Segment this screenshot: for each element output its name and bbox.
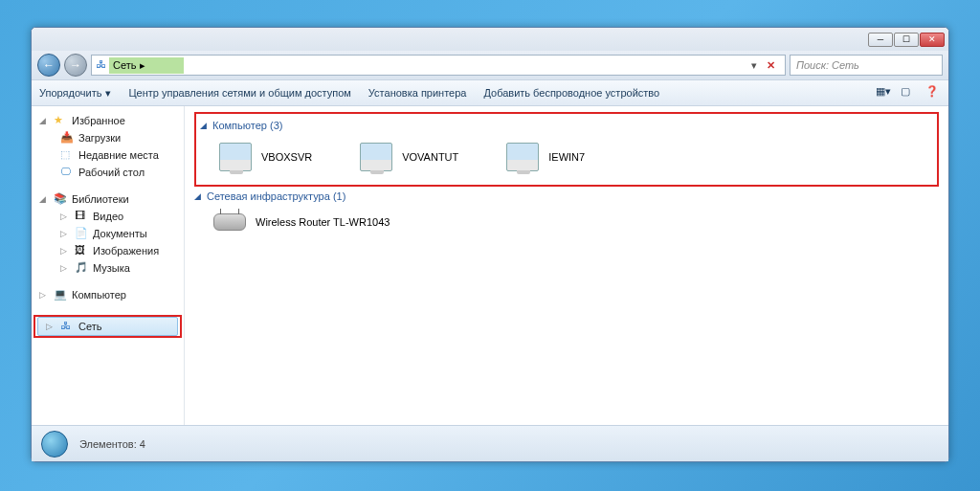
sidebar: ◢ ★ Избранное 📥 Загрузки ⬚ Недавние мест… bbox=[32, 106, 185, 425]
pc-icon bbox=[506, 143, 539, 171]
search-input[interactable]: Поиск: Сеть bbox=[790, 55, 943, 76]
body: ◢ ★ Избранное 📥 Загрузки ⬚ Недавние мест… bbox=[32, 106, 948, 425]
add-wireless-button[interactable]: Добавить беспроводное устройство bbox=[483, 87, 659, 99]
expand-icon: ▷ bbox=[46, 322, 56, 331]
router-icon bbox=[213, 213, 246, 231]
documents-icon: 📄 bbox=[75, 227, 88, 240]
pc-icon bbox=[360, 143, 392, 171]
sidebar-libraries[interactable]: ◢ 📚 Библиотеки bbox=[32, 190, 184, 208]
refresh-dropdown-icon[interactable]: ▾ bbox=[747, 59, 761, 72]
sidebar-network[interactable]: ▷ 🖧 Сеть bbox=[37, 317, 178, 336]
help-icon[interactable]: ❓ bbox=[925, 85, 941, 100]
statusbar: Элементов: 4 bbox=[32, 425, 948, 461]
desktop-icon: 🖵 bbox=[60, 166, 74, 179]
minimize-button[interactable]: ─ bbox=[868, 33, 893, 47]
network-center-button[interactable]: Центр управления сетями и общим доступом bbox=[128, 87, 350, 99]
router-item[interactable]: Wireless Router TL-WR1043 bbox=[213, 213, 390, 231]
organize-button[interactable]: Упорядочить ▾ bbox=[39, 87, 111, 100]
music-icon: 🎵 bbox=[75, 261, 88, 275]
collapse-icon: ◢ bbox=[39, 194, 49, 204]
maximize-button[interactable]: ☐ bbox=[894, 33, 919, 47]
infra-list: Wireless Router TL-WR1043 bbox=[194, 206, 939, 242]
search-placeholder: Поиск: Сеть bbox=[796, 59, 859, 71]
collapse-icon: ◢ bbox=[194, 191, 201, 201]
network-globe-icon bbox=[41, 431, 68, 458]
computer-item[interactable]: IEWIN7 bbox=[506, 143, 585, 171]
status-count: Элементов: 4 bbox=[79, 438, 145, 450]
network-icon: 🖧 bbox=[60, 320, 74, 333]
back-button[interactable]: ← bbox=[37, 54, 60, 77]
sidebar-item-downloads[interactable]: 📥 Загрузки bbox=[32, 129, 184, 146]
expand-icon: ▷ bbox=[60, 229, 70, 238]
expand-icon: ▷ bbox=[39, 290, 49, 300]
breadcrumb-label: Сеть bbox=[113, 59, 136, 71]
pc-icon bbox=[219, 143, 252, 171]
sidebar-favorites[interactable]: ◢ ★ Избранное bbox=[32, 112, 184, 129]
downloads-icon: 📥 bbox=[60, 131, 74, 145]
stop-icon[interactable]: ✕ bbox=[761, 59, 781, 72]
address-bar: ← → 🖧 Сеть ▸ ▾ ✕ Поиск: Сеть bbox=[32, 51, 948, 79]
sidebar-computer[interactable]: ▷ 💻 Компьютер bbox=[32, 286, 184, 303]
sidebar-item-documents[interactable]: ▷ 📄 Документы bbox=[32, 225, 184, 242]
collapse-icon: ◢ bbox=[200, 121, 207, 130]
computers-list: VBOXSVR VOVANTUT IEWIN7 bbox=[200, 135, 933, 183]
address-field[interactable]: 🖧 Сеть ▸ ▾ ✕ bbox=[91, 55, 786, 76]
computer-item[interactable]: VOVANTUT bbox=[360, 143, 458, 171]
view-options-icon[interactable]: ▦▾ bbox=[876, 85, 891, 100]
preview-pane-icon[interactable]: ▢ bbox=[901, 85, 916, 100]
expand-icon: ▷ bbox=[60, 212, 70, 221]
sidebar-item-desktop[interactable]: 🖵 Рабочий стол bbox=[32, 164, 184, 181]
content-pane: ◢ Компьютер (3) VBOXSVR VOVANTUT IEWIN7 bbox=[185, 106, 948, 425]
highlight-annotation: ▷ 🖧 Сеть bbox=[33, 315, 182, 338]
expand-icon: ▷ bbox=[60, 246, 70, 256]
sidebar-item-recent[interactable]: ⬚ Недавние места bbox=[32, 146, 184, 164]
sidebar-item-pictures[interactable]: ▷ 🖼 Изображения bbox=[32, 242, 184, 259]
collapse-icon: ◢ bbox=[39, 116, 49, 125]
recent-icon: ⬚ bbox=[60, 148, 74, 162]
section-computers[interactable]: ◢ Компьютер (3) bbox=[200, 116, 933, 135]
computer-item[interactable]: VBOXSVR bbox=[219, 143, 312, 171]
forward-button[interactable]: → bbox=[64, 54, 87, 77]
highlight-annotation: ◢ Компьютер (3) VBOXSVR VOVANTUT IEWIN7 bbox=[194, 112, 939, 187]
expand-icon: ▷ bbox=[60, 263, 70, 273]
pictures-icon: 🖼 bbox=[75, 244, 88, 257]
video-icon: 🎞 bbox=[75, 210, 88, 223]
titlebar: ─ ☐ ✕ bbox=[32, 28, 948, 51]
section-infrastructure[interactable]: ◢ Сетевая инфраструктура (1) bbox=[194, 187, 939, 206]
toolbar: Упорядочить ▾ Центр управления сетями и … bbox=[32, 79, 948, 106]
breadcrumb-network[interactable]: Сеть ▸ bbox=[109, 57, 184, 74]
chevron-down-icon: ▾ bbox=[105, 87, 111, 100]
explorer-window: ─ ☐ ✕ ← → 🖧 Сеть ▸ ▾ ✕ Поиск: Сеть Упоря… bbox=[31, 27, 949, 462]
add-printer-button[interactable]: Установка принтера bbox=[368, 87, 467, 99]
star-icon: ★ bbox=[54, 114, 67, 127]
network-icon: 🖧 bbox=[96, 58, 109, 72]
sidebar-item-music[interactable]: ▷ 🎵 Музыка bbox=[32, 259, 184, 277]
sidebar-item-videos[interactable]: ▷ 🎞 Видео bbox=[32, 208, 184, 225]
breadcrumb-arrow: ▸ bbox=[140, 59, 145, 72]
computer-icon: 💻 bbox=[54, 288, 67, 301]
libraries-icon: 📚 bbox=[54, 192, 67, 206]
close-button[interactable]: ✕ bbox=[920, 33, 945, 47]
